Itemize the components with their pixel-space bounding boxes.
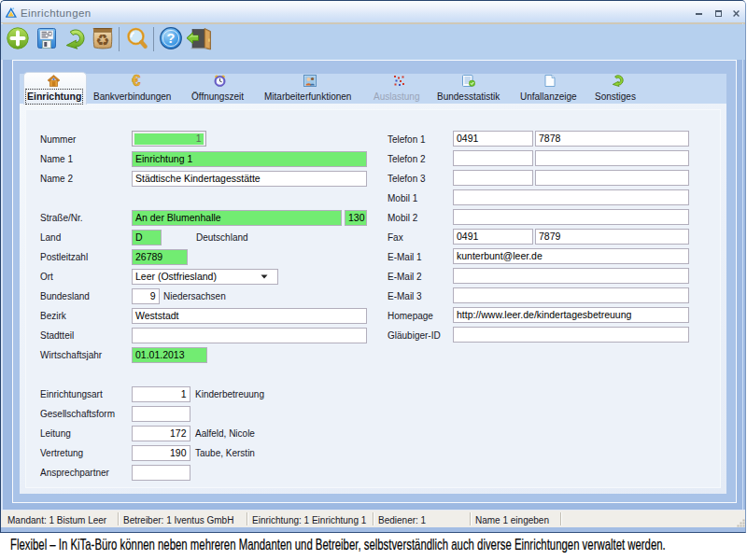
svg-text:♻: ♻ [95,32,109,49]
svg-text:?: ? [167,31,176,46]
svg-text:€: € [133,73,141,88]
